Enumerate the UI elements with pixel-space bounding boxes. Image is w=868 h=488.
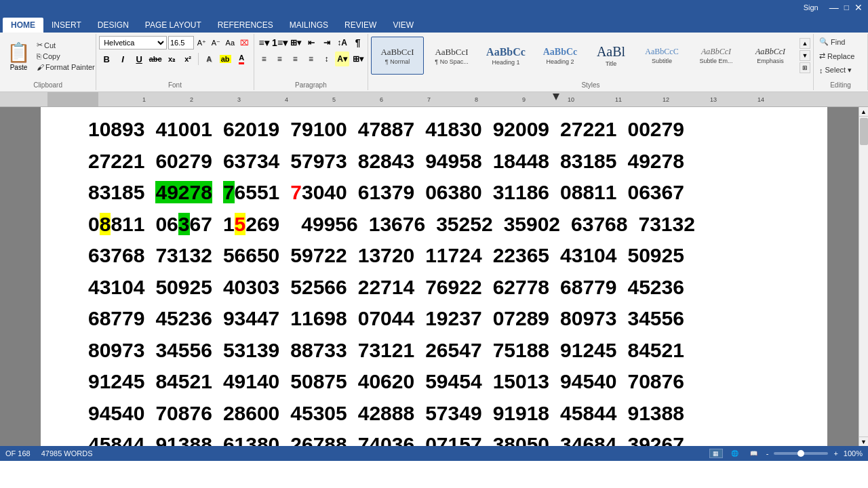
- select-button[interactable]: ↕ Select ▾: [816, 64, 865, 77]
- text-effects-button[interactable]: A: [201, 52, 216, 66]
- tab-design[interactable]: DESIGN: [90, 18, 137, 33]
- view-mode-web[interactable]: 🌐: [728, 449, 742, 458]
- minimize-button[interactable]: —: [829, 2, 839, 13]
- tab-view[interactable]: VIEW: [384, 18, 422, 33]
- style-no-spacing-preview: AaBbCcI: [435, 47, 468, 58]
- style-no-spacing[interactable]: AaBbCcI ¶ No Spac...: [425, 37, 478, 75]
- sign-button[interactable]: Sign: [804, 3, 818, 12]
- doc-row-11: 4584491388613802678874036071573805034684…: [88, 429, 780, 446]
- copy-button[interactable]: ⎘ Copy: [35, 52, 97, 61]
- font-size-increase-button[interactable]: A⁺: [195, 36, 208, 49]
- tab-page-layout[interactable]: PAGE LAYOUT: [137, 18, 210, 33]
- maximize-button[interactable]: □: [844, 3, 849, 12]
- copy-icon: ⎘: [37, 52, 41, 60]
- replace-button[interactable]: ⇄ Replace: [816, 49, 865, 62]
- styles-scroll-down[interactable]: ▼: [800, 50, 810, 61]
- shading-button[interactable]: A▾: [335, 52, 349, 66]
- font-color-button[interactable]: A: [234, 52, 249, 66]
- style-subtle-em[interactable]: AaBbCcI Subtle Em...: [690, 37, 743, 75]
- style-subtitle[interactable]: AaBbCcC Subtitle: [635, 37, 688, 75]
- styles-group-label: Styles: [368, 81, 813, 89]
- styles-scroll-up[interactable]: ▲: [800, 38, 810, 49]
- justify-button[interactable]: ≡: [304, 52, 318, 66]
- style-subtle-em-preview: AaBbCcI: [701, 47, 731, 57]
- scroll-thumb[interactable]: [860, 118, 868, 145]
- strikethrough-button[interactable]: abc: [148, 52, 163, 66]
- view-mode-print[interactable]: ▦: [709, 449, 723, 458]
- document-page: 1089341001620197910047887418309200927221…: [41, 107, 827, 446]
- align-right-button[interactable]: ≡: [288, 52, 302, 66]
- tab-review[interactable]: REVIEW: [336, 18, 384, 33]
- zoom-slider[interactable]: [774, 452, 828, 455]
- font-size-input[interactable]: [168, 36, 194, 49]
- tab-references[interactable]: REFERENCES: [210, 18, 281, 33]
- editing-group-label: Editing: [814, 81, 867, 89]
- change-case-button[interactable]: Aa: [224, 36, 237, 49]
- align-left-button[interactable]: ≡: [257, 52, 271, 66]
- font-name-select[interactable]: Helvetica: [99, 36, 167, 49]
- scroll-up-arrow[interactable]: ▲: [859, 107, 869, 117]
- borders-button[interactable]: ⊞▾: [351, 52, 365, 66]
- superscript-button[interactable]: x²: [180, 52, 195, 66]
- style-normal-label: ¶ Normal: [385, 58, 410, 65]
- tab-mailings[interactable]: MAILINGS: [281, 18, 336, 33]
- subscript-button[interactable]: x₂: [164, 52, 179, 66]
- doc-row-6: 4310450925403035256622714769226277868779…: [88, 272, 780, 304]
- sort-button[interactable]: ↕A: [335, 35, 349, 50]
- bold-button[interactable]: B: [99, 52, 114, 66]
- italic-button[interactable]: I: [115, 52, 130, 66]
- paste-icon: 📋: [7, 43, 31, 62]
- svg-text:11: 11: [615, 96, 622, 103]
- line-spacing-button[interactable]: ↕: [319, 52, 334, 66]
- clear-formatting-button[interactable]: ⌧: [238, 36, 251, 49]
- underline-button[interactable]: U: [132, 52, 146, 66]
- format-painter-button[interactable]: 🖌 Format Painter: [35, 62, 97, 72]
- font-size-decrease-button[interactable]: A⁻: [210, 36, 222, 49]
- show-marks-button[interactable]: ¶: [351, 35, 365, 50]
- multilevel-list-button[interactable]: ⊞▾: [289, 35, 303, 50]
- align-center-button[interactable]: ≡: [273, 52, 287, 66]
- find-button[interactable]: 🔍 Find: [816, 35, 865, 48]
- highlight-color-button[interactable]: ab: [218, 52, 233, 66]
- doc-row-10: 9454070876286004530542888573499191845844…: [88, 398, 780, 430]
- style-heading1-label: Heading 1: [492, 59, 519, 66]
- vertical-scrollbar[interactable]: ▲ ▼: [859, 107, 868, 446]
- select-icon: ↕: [819, 66, 823, 75]
- style-title[interactable]: AaBl Title: [588, 37, 634, 75]
- style-heading2[interactable]: AaBbCc Heading 2: [534, 37, 587, 75]
- zoom-out-button[interactable]: -: [766, 449, 769, 458]
- style-emphasis[interactable]: AaBbCcI Emphasis: [744, 37, 797, 75]
- decrease-indent-button[interactable]: ⇤: [304, 35, 318, 50]
- status-right: ▦ 🌐 📖 - + 100%: [709, 449, 863, 458]
- scroll-down-arrow[interactable]: ▼: [859, 436, 869, 446]
- svg-marker-15: [553, 94, 559, 100]
- zoom-in-button[interactable]: +: [833, 449, 837, 458]
- style-heading1[interactable]: AaBbCc Heading 1: [479, 37, 532, 75]
- doc-row-8: 8097334556531398873373121265477518891245…: [88, 335, 780, 367]
- style-normal[interactable]: AaBbCcI ¶ Normal: [371, 37, 424, 75]
- svg-text:9: 9: [522, 96, 526, 103]
- numbering-button[interactable]: 1≡▾: [273, 35, 288, 50]
- paste-button[interactable]: 📋 Paste: [3, 42, 35, 73]
- close-button[interactable]: ✕: [854, 2, 863, 13]
- styles-more[interactable]: ⊞: [800, 62, 810, 73]
- svg-text:3: 3: [237, 96, 241, 103]
- tab-home[interactable]: HOME: [3, 18, 43, 33]
- tab-insert[interactable]: INSERT: [43, 18, 90, 33]
- replace-icon: ⇄: [819, 52, 825, 60]
- cut-button[interactable]: ✂ Cut: [35, 40, 97, 50]
- svg-text:10: 10: [568, 96, 574, 103]
- status-left: OF 168 47985 WORDS: [5, 449, 93, 458]
- bullets-button[interactable]: ≡▾: [257, 35, 271, 50]
- increase-indent-button[interactable]: ⇥: [319, 35, 334, 50]
- document-content[interactable]: 1089341001620197910047887418309200927221…: [88, 114, 780, 446]
- svg-text:12: 12: [663, 96, 669, 103]
- style-heading2-preview: AaBbCc: [543, 47, 578, 58]
- svg-text:2: 2: [190, 96, 193, 103]
- style-emphasis-label: Emphasis: [757, 58, 784, 64]
- style-emphasis-preview: AaBbCcI: [755, 47, 785, 57]
- format-painter-icon: 🖌: [37, 63, 44, 71]
- doc-row-3: 83185 49278 76551 73040 6137906380311860…: [88, 177, 780, 209]
- view-mode-read[interactable]: 📖: [747, 449, 761, 458]
- doc-row-5: 6376873132566505972213720117242236543104…: [88, 240, 780, 272]
